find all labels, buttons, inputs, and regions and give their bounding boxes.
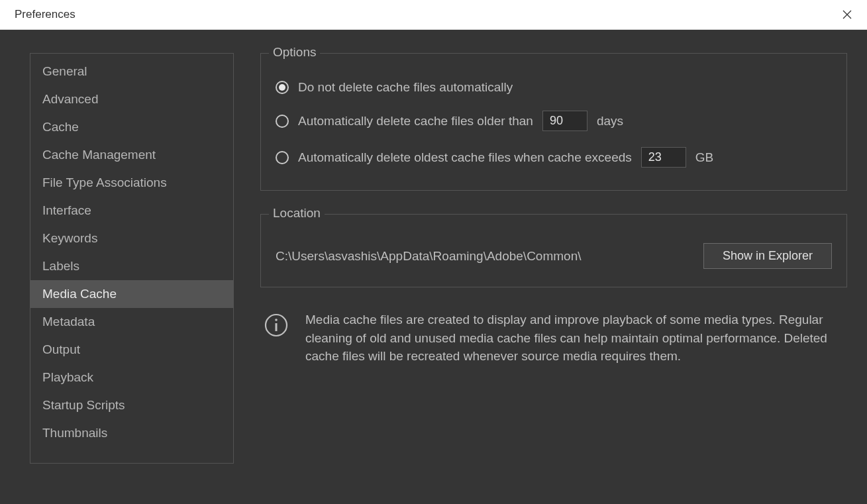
sidebar-item-playback[interactable]: Playback <box>30 364 233 391</box>
preferences-sidebar: General Advanced Cache Cache Management … <box>30 53 234 464</box>
show-in-explorer-button[interactable]: Show in Explorer <box>703 243 832 269</box>
sidebar-item-thumbnails[interactable]: Thumbnails <box>30 419 233 447</box>
option-do-not-delete: Do not delete cache files automatically <box>276 72 832 103</box>
options-group-title: Options <box>269 45 320 60</box>
close-icon <box>842 10 852 19</box>
sidebar-item-output[interactable]: Output <box>30 336 233 364</box>
radio-delete-when-exceeds[interactable] <box>276 151 289 164</box>
gb-input[interactable] <box>641 147 686 168</box>
preferences-dialog: Preferences General Advanced Cache Cache… <box>0 0 867 504</box>
gb-unit: GB <box>695 150 713 165</box>
radio-do-not-delete[interactable] <box>276 81 289 94</box>
sidebar-item-media-cache[interactable]: Media Cache <box>30 280 233 308</box>
close-button[interactable] <box>834 1 860 28</box>
option-label: Do not delete cache files automatically <box>298 80 513 95</box>
radio-delete-older-than[interactable] <box>276 115 289 128</box>
sidebar-item-interface[interactable]: Interface <box>30 197 233 225</box>
option-label: Automatically delete oldest cache files … <box>298 150 632 165</box>
window-title: Preferences <box>15 8 76 21</box>
options-group: Options Do not delete cache files automa… <box>260 53 847 191</box>
cache-location-path: C:\Users\asvashis\AppData\Roaming\Adobe\… <box>276 249 581 264</box>
sidebar-item-file-type-associations[interactable]: File Type Associations <box>30 169 233 197</box>
sidebar-item-keywords[interactable]: Keywords <box>30 225 233 252</box>
sidebar-item-cache-management[interactable]: Cache Management <box>30 141 233 169</box>
location-row: C:\Users\asvashis\AppData\Roaming\Adobe\… <box>276 233 832 272</box>
days-unit: days <box>597 114 623 128</box>
option-delete-older-than: Automatically delete cache files older t… <box>276 103 832 139</box>
sidebar-item-general[interactable]: General <box>30 58 233 85</box>
info-section: Media cache files are created to display… <box>260 311 847 366</box>
days-input[interactable] <box>542 111 587 131</box>
location-group: Location C:\Users\asvashis\AppData\Roami… <box>260 214 847 287</box>
titlebar: Preferences <box>0 0 867 30</box>
sidebar-item-metadata[interactable]: Metadata <box>30 308 233 336</box>
sidebar-item-labels[interactable]: Labels <box>30 252 233 280</box>
svg-point-1 <box>275 319 278 321</box>
info-text: Media cache files are created to display… <box>305 311 843 366</box>
option-label: Automatically delete cache files older t… <box>298 114 533 128</box>
sidebar-item-startup-scripts[interactable]: Startup Scripts <box>30 391 233 419</box>
info-icon <box>264 313 288 337</box>
location-group-title: Location <box>269 206 325 221</box>
sidebar-item-cache[interactable]: Cache <box>30 113 233 141</box>
option-delete-when-exceeds: Automatically delete oldest cache files … <box>276 139 832 176</box>
media-cache-panel: Options Do not delete cache files automa… <box>260 53 847 484</box>
sidebar-item-advanced[interactable]: Advanced <box>30 85 233 113</box>
content-area: General Advanced Cache Cache Management … <box>0 30 867 504</box>
